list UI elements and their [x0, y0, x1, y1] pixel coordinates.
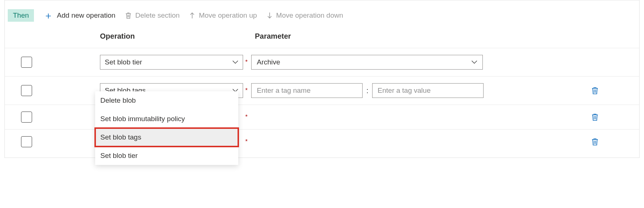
operation-select-value: Set blob tier — [105, 58, 142, 66]
required-asterisk: * — [245, 138, 247, 145]
then-section-card: Then ＋ Add new operation Delete section — [4, 0, 640, 158]
delete-row-button[interactable] — [591, 113, 599, 121]
operation-select[interactable]: Set blob tier — [100, 55, 243, 70]
delete-row-button[interactable] — [591, 138, 599, 146]
dropdown-option[interactable]: Set blob immutability policy — [95, 110, 238, 128]
arrow-up-icon — [189, 12, 195, 19]
plus-icon: ＋ — [44, 11, 53, 20]
row-checkbox[interactable] — [21, 57, 32, 68]
row-checkbox[interactable] — [21, 85, 32, 96]
then-badge: Then — [8, 9, 34, 22]
header-operation: Operation — [100, 32, 255, 40]
delete-section-button[interactable]: Delete section — [125, 11, 180, 20]
column-headers: Operation Parameter — [5, 30, 639, 48]
row-checkbox[interactable] — [21, 112, 32, 123]
required-asterisk: * — [245, 87, 247, 94]
required-asterisk: * — [245, 59, 247, 66]
operation-row: Set blob tier * Archive — [5, 48, 639, 76]
row-checkbox[interactable] — [21, 136, 32, 147]
move-down-label: Move operation down — [276, 11, 343, 20]
move-up-label: Move operation up — [199, 11, 257, 20]
arrow-down-icon — [267, 12, 273, 19]
operation-dropdown: Delete blob Set blob immutability policy… — [95, 91, 238, 165]
chevron-down-icon — [232, 60, 238, 64]
tag-value-input[interactable] — [372, 83, 484, 98]
parameter-select[interactable]: Archive — [251, 55, 483, 70]
trash-icon — [125, 12, 132, 19]
add-operation-button[interactable]: ＋ Add new operation — [44, 11, 115, 20]
dropdown-option[interactable]: Set blob tags — [95, 128, 238, 147]
tag-name-input[interactable] — [251, 83, 363, 98]
dropdown-option[interactable]: Set blob tier — [95, 147, 238, 165]
header-parameter: Parameter — [255, 32, 639, 40]
move-up-button[interactable]: Move operation up — [189, 11, 257, 20]
add-operation-label: Add new operation — [57, 11, 115, 20]
delete-row-button[interactable] — [591, 87, 599, 95]
delete-section-label: Delete section — [135, 11, 180, 20]
dropdown-option[interactable]: Delete blob — [95, 91, 238, 110]
move-down-button[interactable]: Move operation down — [267, 11, 343, 20]
parameter-select-value: Archive — [257, 58, 280, 66]
section-toolbar: Then ＋ Add new operation Delete section — [5, 0, 639, 30]
tag-separator: : — [366, 87, 368, 95]
required-asterisk: * — [245, 114, 247, 120]
chevron-down-icon — [471, 60, 477, 64]
